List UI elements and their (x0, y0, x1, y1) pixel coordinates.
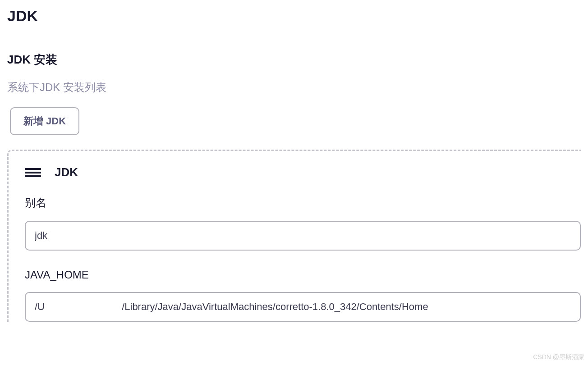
jdk-item-container: JDK 别名 JAVA_HOME (7, 150, 581, 322)
item-header: JDK (25, 165, 581, 179)
page-title: JDK (7, 7, 581, 25)
drag-handle-icon[interactable] (25, 168, 41, 177)
add-jdk-button[interactable]: 新增 JDK (10, 107, 79, 135)
alias-input[interactable] (25, 221, 581, 251)
java-home-label: JAVA_HOME (25, 269, 581, 281)
section-title: JDK 安装 (7, 52, 581, 68)
item-title: JDK (55, 165, 78, 179)
java-home-field-group: JAVA_HOME (25, 269, 581, 322)
watermark: CSDN @墨斯酒家 (533, 353, 584, 361)
alias-label: 别名 (25, 196, 581, 210)
java-home-input[interactable] (25, 292, 581, 322)
alias-field-group: 别名 (25, 196, 581, 251)
section-description: 系统下JDK 安装列表 (7, 80, 581, 95)
